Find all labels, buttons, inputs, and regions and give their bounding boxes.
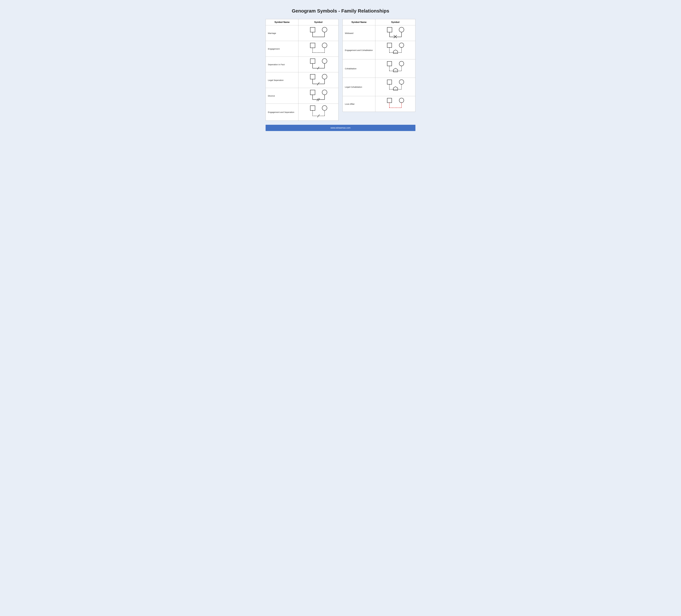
row-symbol: [375, 25, 415, 41]
svg-rect-5: [310, 43, 315, 48]
table-row: Engagement and Cohabitation: [343, 41, 415, 59]
svg-point-43: [399, 43, 404, 48]
svg-rect-60: [387, 98, 392, 103]
row-symbol: [298, 88, 338, 104]
row-label: Engagement and Cohabitation: [343, 41, 375, 59]
page-title: Genogram Symbols - Family Relationships: [292, 8, 389, 14]
left-col2-header: Symbol: [298, 19, 338, 25]
svg-point-49: [399, 61, 404, 66]
svg-point-30: [322, 106, 327, 110]
svg-point-36: [399, 27, 404, 32]
svg-point-17: [322, 74, 327, 79]
left-table: Symbol Name Symbol Marriage: [266, 19, 338, 121]
row-label: Engagement: [266, 41, 298, 57]
row-symbol: [375, 59, 415, 78]
table-row: Engagement: [266, 41, 338, 57]
row-symbol: [298, 57, 338, 72]
svg-rect-22: [310, 90, 315, 95]
row-symbol: [298, 72, 338, 88]
table-row: Engagement and Seperation: [266, 104, 338, 121]
right-col1-header: Symbol Name: [343, 19, 375, 25]
svg-rect-16: [310, 74, 315, 79]
svg-rect-35: [387, 27, 392, 32]
left-col1-header: Symbol Name: [266, 19, 298, 25]
row-symbol: [375, 96, 415, 112]
row-symbol: [298, 41, 338, 57]
svg-rect-0: [310, 27, 315, 32]
svg-point-23: [322, 90, 327, 95]
footer-url: www.edrawmax.com: [331, 127, 351, 129]
row-label: Legal Seperation: [266, 72, 298, 88]
row-label: Widowed: [343, 25, 375, 41]
row-symbol: [375, 41, 415, 59]
row-label: Marriage: [266, 25, 298, 41]
svg-point-1: [322, 27, 327, 32]
row-symbol: [298, 104, 338, 121]
table-row: Widowed: [343, 25, 415, 41]
table-row: Legal Cohabitation: [343, 78, 415, 96]
row-label: Engagement and Seperation: [266, 104, 298, 121]
row-label: Love Affair: [343, 96, 375, 112]
row-symbol: [375, 78, 415, 96]
row-label: Legal Cohabitation: [343, 78, 375, 96]
svg-point-61: [399, 98, 404, 103]
svg-rect-29: [310, 106, 315, 110]
right-table: Symbol Name Symbol Widowed: [343, 19, 415, 112]
table-row: Seperation in Fact: [266, 57, 338, 72]
table-row: Legal Seperation: [266, 72, 338, 88]
table-row: Cohabitation: [343, 59, 415, 78]
svg-point-55: [399, 80, 404, 84]
footer-bar: www.edrawmax.com: [266, 125, 415, 131]
table-row: Divorce: [266, 88, 338, 104]
svg-point-11: [322, 58, 327, 63]
row-label: Cohabitation: [343, 59, 375, 78]
svg-point-6: [322, 43, 327, 48]
svg-marker-59: [393, 86, 398, 90]
table-row: Marriage: [266, 25, 338, 41]
row-label: Seperation in Fact: [266, 57, 298, 72]
svg-marker-47: [393, 50, 398, 53]
tables-container: Symbol Name Symbol Marriage: [266, 19, 415, 121]
svg-rect-54: [387, 80, 392, 84]
row-symbol: [298, 25, 338, 41]
svg-rect-10: [310, 59, 315, 63]
svg-marker-53: [393, 68, 398, 72]
svg-rect-48: [387, 61, 392, 66]
svg-rect-42: [387, 43, 392, 48]
svg-line-34: [317, 114, 320, 117]
row-label: Divorce: [266, 88, 298, 104]
right-col2-header: Symbol: [375, 19, 415, 25]
table-row: Love Affair: [343, 96, 415, 112]
